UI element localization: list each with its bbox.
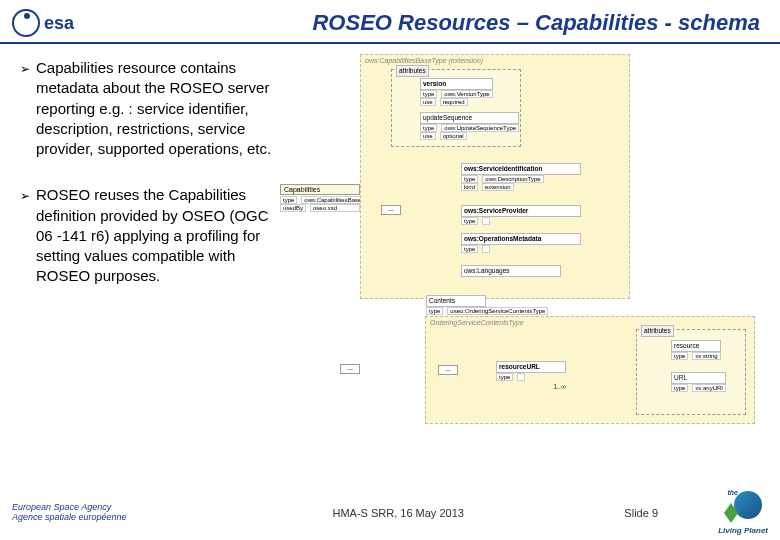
svc-id-ext: extension bbox=[482, 183, 514, 191]
resource-url-box: resourceURL bbox=[496, 361, 566, 373]
service-id-box: ows:ServiceIdentification bbox=[461, 163, 581, 175]
type-key: type bbox=[420, 124, 437, 132]
ops-metadata-box: ows:OperationsMetadata bbox=[461, 233, 581, 245]
bullet-item: ➢ Capabilities resource contains metadat… bbox=[20, 58, 272, 159]
esa-logo: esa bbox=[12, 8, 122, 38]
agency-name: European Space Agency Agence spatiale eu… bbox=[12, 503, 172, 523]
use-key: use bbox=[420, 98, 436, 106]
update-use: optional bbox=[440, 132, 467, 140]
version-type: ows:VersionType bbox=[441, 90, 492, 98]
sequence-connector-icon: ⋯ bbox=[381, 205, 401, 215]
planet-text: Living Planet bbox=[718, 526, 768, 535]
attributes-label2: attributes bbox=[641, 325, 674, 337]
version-label: version bbox=[420, 78, 493, 90]
xs-anyuri: xs:anyURI bbox=[692, 384, 726, 392]
type-key: type bbox=[671, 352, 688, 360]
attributes-label: attributes bbox=[396, 65, 429, 77]
use-key: use bbox=[420, 132, 436, 140]
update-type: ows:UpdateSequenceType bbox=[441, 124, 519, 132]
type-key: type bbox=[426, 307, 443, 315]
languages-box: ows:Languages bbox=[461, 265, 561, 277]
xs-string: xs:string bbox=[692, 352, 720, 360]
url-label: URL bbox=[671, 372, 726, 384]
contents-type: oseo:OrderingServiceContentsType bbox=[447, 307, 548, 315]
agency-fr: Agence spatiale européenne bbox=[12, 513, 172, 523]
type-key: type bbox=[461, 245, 478, 253]
type-key: type bbox=[420, 90, 437, 98]
resource-label: resource bbox=[671, 340, 721, 352]
esa-logo-text: esa bbox=[44, 13, 74, 34]
update-label: updateSequence bbox=[420, 112, 519, 124]
cardinality: 1..∞ bbox=[496, 383, 566, 390]
type-key: type bbox=[496, 373, 513, 381]
attributes-group: attributes version typeows:VersionType u… bbox=[391, 69, 521, 147]
type-key: type bbox=[461, 175, 478, 183]
globe-icon bbox=[734, 491, 762, 519]
page-title: ROSEO Resources – Capabilities - schema bbox=[122, 10, 768, 36]
contents-type-label: OrderingServiceContentsType bbox=[426, 317, 754, 328]
contents-type-box: OrderingServiceContentsType ⋯ Contents t… bbox=[425, 316, 755, 424]
type-key: type bbox=[461, 217, 478, 225]
header: esa ROSEO Resources – Capabilities - sch… bbox=[0, 0, 780, 44]
bullet-text: ROSEO reuses the Capabilities definition… bbox=[36, 185, 272, 286]
content-area: ➢ Capabilities resource contains metadat… bbox=[0, 44, 780, 474]
bullet-arrow-icon: ➢ bbox=[20, 61, 30, 159]
contents-label: Contents bbox=[426, 295, 486, 307]
footer-center: HMA-S SRR, 16 May 2013 bbox=[172, 507, 624, 519]
slide-number: Slide 9 bbox=[624, 507, 658, 519]
bullet-arrow-icon: ➢ bbox=[20, 188, 30, 286]
schema-diagram: Capabilities type ows:CapabilitiesBaseTy… bbox=[280, 54, 772, 474]
version-use: required bbox=[440, 98, 468, 106]
sequence-connector-icon: ⋯ bbox=[438, 365, 458, 375]
footer: European Space Agency Agence spatiale eu… bbox=[0, 486, 780, 540]
cap-type-key: type bbox=[280, 196, 297, 204]
living-planet-logo: the Living Planet bbox=[718, 491, 768, 535]
service-provider-box: ows:ServiceProvider bbox=[461, 205, 581, 217]
attributes-group2: attributes resource typexs:string URL ty… bbox=[636, 329, 746, 415]
bullet-item: ➢ ROSEO reuses the Capabilities definiti… bbox=[20, 185, 272, 286]
cap-used-key: usedBy bbox=[280, 204, 306, 212]
ext-key: kind bbox=[461, 183, 478, 191]
bullet-text: Capabilities resource contains metadata … bbox=[36, 58, 272, 159]
esa-ring-icon bbox=[12, 9, 40, 37]
base-type-box: ows:CapabilitiesBaseType (extension) att… bbox=[360, 54, 630, 299]
svc-id-type: ows:DescriptionType bbox=[482, 175, 543, 183]
capabilities-label: Capabilities bbox=[280, 184, 360, 195]
bullet-column: ➢ Capabilities resource contains metadat… bbox=[0, 54, 280, 474]
type-key: type bbox=[671, 384, 688, 392]
capabilities-node: Capabilities type ows:CapabilitiesBaseTy… bbox=[280, 184, 360, 224]
sequence-connector-icon: ⋯ bbox=[340, 364, 360, 374]
cap-used-val: oseo.xsd bbox=[310, 204, 360, 212]
